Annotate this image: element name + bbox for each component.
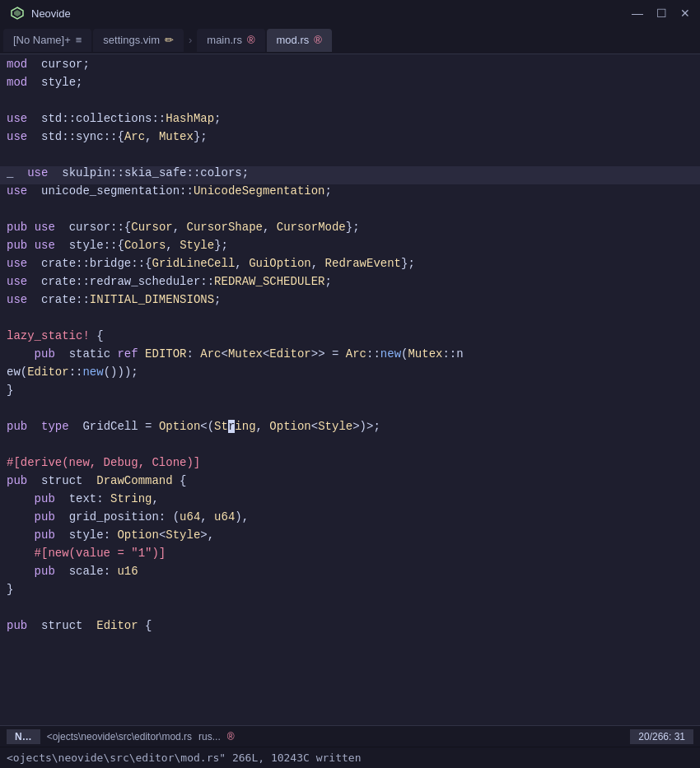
tab-no-name[interactable]: [No Name]+ ≡ [3, 29, 91, 52]
tab-main-rs-icon: ® [247, 34, 255, 46]
tab-settings-vim-modified-icon: ✏ [165, 34, 174, 46]
code-line-11: pub use style::{Colors, Style}; [0, 239, 700, 257]
code-line-18: ew(Editor::new())); [0, 365, 700, 384]
code-line-7: _ use skulpin::skia_safe::colors; [0, 166, 700, 184]
status-bar: N... <ojects\neovide\src\editor\mod.rs r… [0, 725, 700, 747]
code-line-1: mod cursor; [0, 58, 700, 76]
code-line-12: use crate::bridge::{GridLineCell, GuiOpt… [0, 257, 700, 275]
code-line-30: } [0, 583, 700, 601]
tab-no-name-icon: ≡ [76, 34, 82, 46]
code-line-20 [0, 402, 700, 420]
cmd-text: <ojects\neovide\src\editor\mod.rs" 266L,… [7, 752, 361, 764]
code-line-5: use std::sync::{Arc, Mutex}; [0, 130, 700, 148]
code-line-22 [0, 438, 700, 456]
close-button[interactable]: ✕ [680, 7, 690, 20]
cmd-bar: <ojects\neovide\src\editor\mod.rs" 266L,… [0, 747, 700, 768]
code-line-9 [0, 202, 700, 221]
tab-no-name-label: [No Name]+ [13, 34, 71, 46]
code-line-19: } [0, 384, 700, 402]
status-position: 20/266: 31 [630, 729, 693, 744]
code-line-16: lazy_static! { [0, 329, 700, 347]
code-line-26: pub grid_position: (u64, u64), [0, 510, 700, 528]
code-line-25: pub text: String, [0, 492, 700, 510]
code-line-6 [0, 148, 700, 166]
code-line-3 [0, 94, 700, 112]
tab-bar: [No Name]+ ≡ settings.vim ✏ › main.rs ® … [0, 26, 700, 54]
maximize-button[interactable]: ☐ [656, 7, 667, 20]
neovide-logo-icon [10, 6, 25, 21]
tab-main-rs-label: main.rs [207, 34, 242, 46]
code-line-8: use unicode_segmentation::UnicodeSegment… [0, 184, 700, 202]
code-line-13: use crate::redraw_scheduler::REDRAW_SCHE… [0, 275, 700, 293]
code-line-21: pub type GridCell = Option<(String, Opti… [0, 420, 700, 438]
code-line-23: #[derive(new, Debug, Clone)] [0, 456, 700, 474]
svg-marker-1 [14, 10, 21, 16]
status-fileicon: ® [227, 731, 235, 742]
code-line-4: use std::collections::HashMap; [0, 112, 700, 130]
editor-area[interactable]: mod cursor; mod style; use std::collecti… [0, 54, 700, 725]
tab-settings-vim-label: settings.vim [103, 34, 160, 46]
tab-mod-rs[interactable]: mod.rs ® [267, 29, 332, 52]
code-line-14: use crate::INITIAL_DIMENSIONS; [0, 293, 700, 311]
code-line-2: mod style; [0, 76, 700, 94]
tab-separator-1: › [185, 34, 195, 46]
code-line-10: pub use cursor::{Cursor, CursorShape, Cu… [0, 221, 700, 239]
title-bar: Neovide — ☐ ✕ [0, 0, 700, 26]
code-line-28: #[new(value = "1")] [0, 547, 700, 565]
code-line-27: pub style: Option<Style>, [0, 528, 700, 547]
code-line-17: pub static ref EDITOR: Arc<Mutex<Editor>… [0, 347, 700, 365]
app-title: Neovide [31, 7, 71, 20]
status-mode: N... [7, 729, 40, 744]
minimize-button[interactable]: — [632, 7, 643, 20]
tab-main-rs[interactable]: main.rs ® [197, 29, 264, 52]
tab-mod-rs-icon: ® [314, 34, 322, 46]
tab-settings-vim[interactable]: settings.vim ✏ [93, 29, 184, 52]
code-line-31 [0, 601, 700, 619]
code-line-15 [0, 311, 700, 329]
code-container: mod cursor; mod style; use std::collecti… [0, 54, 700, 725]
title-bar-left: Neovide [10, 6, 71, 21]
status-right: 20/266: 31 [630, 729, 693, 744]
status-filetype: rus... [198, 731, 221, 742]
title-bar-controls: — ☐ ✕ [632, 7, 690, 20]
tab-mod-rs-label: mod.rs [277, 34, 310, 46]
status-file: <ojects\neovide\src\editor\mod.rs [47, 731, 192, 742]
code-line-24: pub struct DrawCommand { [0, 474, 700, 492]
status-left: N... <ojects\neovide\src\editor\mod.rs r… [7, 729, 235, 744]
code-line-32: pub struct Editor { [0, 619, 700, 637]
code-line-29: pub scale: u16 [0, 565, 700, 583]
